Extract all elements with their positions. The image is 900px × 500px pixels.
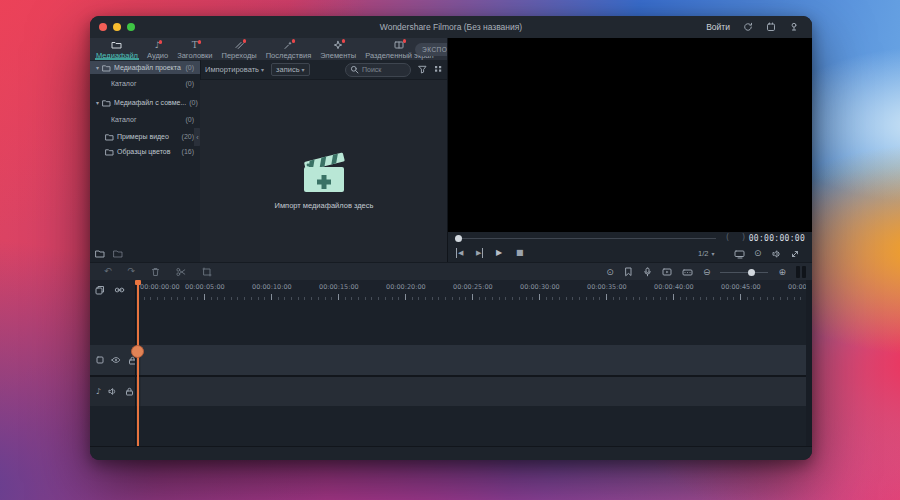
sidebar-item-sample-colors[interactable]: Образцы цветов (16) [90,145,200,158]
import-hint-label: Импорт медиафайлов здесь [275,201,374,210]
notification-badge [198,40,202,44]
music-note-icon: ♪ [96,387,101,396]
media-content-area[interactable]: Импорт медиафайлов здесь [200,80,448,262]
display-device-icon[interactable] [734,249,745,259]
undo-icon[interactable]: ↶ [104,267,112,277]
preview-screen[interactable] [448,38,812,232]
video-track-icon [96,356,104,364]
folder-icon [105,133,114,141]
mark-in-icon[interactable]: ( [726,233,729,242]
view-grid-icon[interactable] [434,65,443,74]
feature-tabbar: Медиафайл ♪ Аудио T Заголовки Переходы П… [90,38,448,60]
sidebar-item-shared-media[interactable]: ▾ Медиафайл с совме... (0) [90,96,200,109]
timeline-toolbar: ↶ ↷ ⊙ ⊖ ⊕ [90,262,812,281]
playhead-cap[interactable] [135,280,141,285]
import-dropzone[interactable]: Импорт медиафайлов здесь [200,152,448,210]
caret-down-icon[interactable]: ▾ [96,64,99,71]
stop-button[interactable]: ■ [516,248,524,258]
link-icon[interactable] [114,285,125,295]
filter-icon[interactable] [418,65,427,74]
search-input[interactable] [362,66,400,73]
timeline-zoom-slider[interactable] [720,268,768,277]
crop-icon[interactable] [202,267,212,277]
redo-icon[interactable]: ↷ [128,267,136,277]
import-dropdown[interactable]: Импортировать▾ [205,65,264,74]
folder-icon [111,40,122,50]
record-icon[interactable]: ⊙ [606,268,614,277]
filmora-window: Wondershare Filmora (Без названия) Войти… [90,16,812,460]
ruler-scale[interactable]: 00:00:00:00 00:00:05:00 00:00:10:00 00:0… [137,280,806,300]
caret-down-icon[interactable]: ▾ [96,99,99,106]
desktop-wallpaper: Wondershare Filmora (Без названия) Войти… [0,0,900,500]
split-screen-icon [394,40,404,50]
play-button[interactable]: ▶ [496,248,502,258]
notification-badge [342,39,346,43]
chevron-down-icon: ▾ [302,66,305,73]
playback-quality-dropdown[interactable]: 1/2▾ [698,249,714,258]
window-title: Wondershare Filmora (Без названия) [90,22,812,32]
sidebar-item-catalog[interactable]: Каталог (0) [90,113,200,126]
lock-icon[interactable] [125,387,134,396]
zoom-in-icon[interactable]: ⊕ [778,268,786,277]
delete-icon[interactable] [151,267,160,277]
slider-handle[interactable] [748,269,755,276]
video-track[interactable] [90,345,812,375]
voiceover-mic-icon[interactable] [643,267,652,277]
seek-handle[interactable] [455,235,462,242]
elements-icon [333,40,343,50]
notification-badge [159,40,163,44]
timeline-view-tools: ⊙ ⊖ ⊕ [606,266,812,278]
tab-effects[interactable]: Последствия [265,38,313,60]
speaker-icon[interactable] [108,387,118,396]
transitions-icon [234,40,244,50]
media-library-sidebar: ▾ Медиафайл проекта (0) Каталог (0) ▾ Ме… [90,60,201,262]
titlebar: Wondershare Filmora (Без названия) Войти [90,16,812,39]
volume-icon[interactable] [772,249,782,259]
preview-transport-row: ◀ ▶ ▶ ■ 1/2▾ ⊙ [448,245,812,263]
next-frame-button[interactable]: ▶ [476,248,483,258]
sidebar-item-catalog[interactable]: Каталог (0) [90,77,200,90]
playhead-handle[interactable] [131,345,144,358]
render-preview-icon[interactable] [662,267,672,277]
notification-badge [243,39,247,43]
eye-icon[interactable] [111,356,121,364]
timeline-edit-tools: ↶ ↷ [90,267,212,277]
fullscreen-icon[interactable] [790,249,800,259]
timeline-scrollbar[interactable] [806,280,812,446]
chevron-down-icon: ▾ [261,66,264,73]
playhead-line[interactable] [137,280,139,446]
zoom-out-icon[interactable]: ⊖ [703,268,711,277]
add-folder-icon[interactable] [95,249,105,258]
delete-folder-icon[interactable] [113,249,123,258]
window-bottom-bar [90,446,812,460]
titles-icon: T [192,40,198,50]
tab-elements[interactable]: Элементы [319,38,357,60]
timeline-empty-area[interactable] [90,406,812,446]
sidebar-item-sample-videos[interactable]: Примеры видео (20) [90,130,200,143]
folder-icon [102,64,111,72]
marker-icon[interactable] [624,267,633,277]
timeline-empty-area[interactable] [90,300,812,345]
tab-titles[interactable]: T Заголовки [176,38,213,60]
snapshot-icon[interactable]: ⊙ [754,248,762,258]
folder-icon [102,99,111,107]
seek-track[interactable] [458,238,716,239]
tab-audio[interactable]: ♪ Аудио [146,38,169,60]
notification-badge [403,39,407,43]
audio-track[interactable]: ♪ [90,377,812,406]
manage-tracks-icon[interactable] [95,285,105,295]
sidebar-item-project-media[interactable]: ▾ Медиафайл проекта (0) [90,61,200,74]
mark-out-icon[interactable]: ) [742,233,745,242]
effects-icon [283,40,293,50]
record-dropdown[interactable]: запись▾ [271,63,310,76]
keyboard-icon[interactable] [682,268,693,277]
tab-media[interactable]: Медиафайл [95,38,139,60]
previous-frame-button[interactable]: ◀ [456,248,463,258]
tab-transitions[interactable]: Переходы [221,38,258,60]
search-box[interactable] [345,63,411,77]
folder-icon [105,148,114,156]
scissors-icon[interactable] [176,267,186,277]
audio-track-head: ♪ [90,377,141,406]
track-panel-toggle[interactable] [796,266,806,278]
preview-seek-row: ( ) 00:00:00:00 [448,232,812,245]
